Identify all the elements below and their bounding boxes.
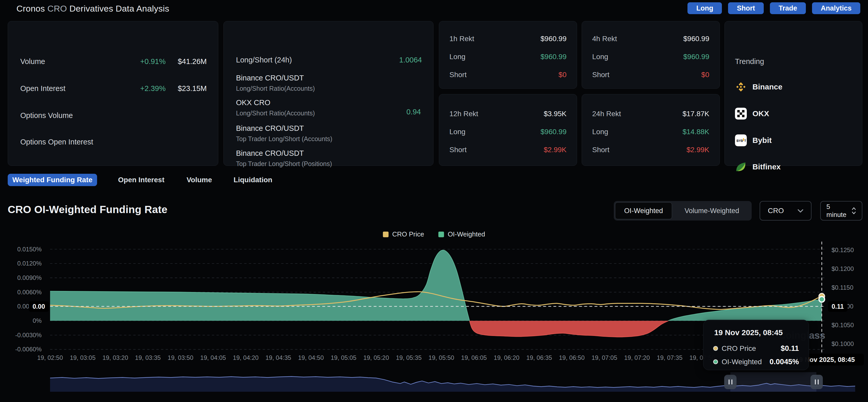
ratio-row-okx-accounts: OKX CRO Long/Short Ratio(Accounts) (236, 98, 315, 117)
legend-swatch-cro-price (383, 232, 389, 237)
stat-pct: +0.91% (125, 57, 166, 66)
ratio-title: Binance CRO/USDT (236, 149, 332, 157)
bitfinex-icon (735, 161, 747, 173)
rekt-long-value: $960.99 (683, 53, 709, 61)
chart-tooltip: 19 Nov 2025, 08:45 CRO Price $0.11 OI-We… (703, 320, 809, 370)
okx-icon (735, 108, 747, 119)
rekt-long-label: Long (592, 128, 608, 136)
toggle-volume-weighted[interactable]: Volume-Weighted (672, 207, 752, 215)
toggle-oi-weighted[interactable]: OI-Weighted (615, 202, 672, 219)
stat-label: Options Volume (20, 111, 125, 120)
legend-swatch-oi-weighted (438, 232, 444, 237)
stat-label: Options Open Interest (20, 138, 125, 146)
rekt-total: $960.99 (683, 35, 709, 43)
stat-value: $23.15M (166, 84, 207, 93)
trending-item-label: Bitfinex (752, 163, 781, 171)
rekt-card-12h: 12h Rekt$3.95K Long$960.99 Short$2.99K (439, 94, 577, 166)
short-button[interactable]: Short (728, 2, 764, 14)
up-down-chevrons-icon (851, 207, 856, 214)
chart-title: CRO OI-Weighted Funding Rate (8, 204, 167, 216)
tooltip-row-cro-price: CRO Price $0.11 (713, 344, 799, 353)
navigator-right-handle[interactable] (810, 375, 823, 389)
trending-card: Trending Binance (724, 21, 862, 166)
tooltip-title: 19 Nov 2025, 08:45 (714, 328, 783, 337)
legend-oi-weighted[interactable]: OI-Weighted (438, 230, 485, 238)
symbol-select[interactable]: CRO (760, 201, 811, 221)
ratio-header-value: 1.0064 (366, 56, 422, 64)
left-axis-tick: 0.0060% (5, 289, 41, 296)
rekt-short-value: $0 (701, 71, 709, 79)
right-axis-tick: $0.1050 (832, 321, 854, 329)
crosshair-left-badge: 0.00 (29, 301, 49, 312)
bybit-icon: BYB T (735, 135, 747, 146)
left-axis-tick: 0.0150% (5, 246, 41, 253)
tooltip-row-oi-weighted: OI-Weighted 0.0045% (713, 357, 799, 366)
long-button[interactable]: Long (687, 2, 722, 14)
rekt-short-label: Short (592, 146, 610, 154)
trending-item-label: OKX (752, 109, 769, 118)
rekt-total: $960.99 (540, 35, 566, 43)
tooltip-label: CRO Price (722, 344, 777, 353)
crosshair-right-badge: 0.11 (828, 301, 847, 312)
svg-text:BYB: BYB (737, 139, 743, 143)
tab-open-interest[interactable]: Open Interest (117, 174, 166, 186)
ratio-title: OKX CRO (236, 98, 315, 107)
tooltip-dot-cro-price (713, 346, 718, 351)
rekt-period: 1h Rekt (450, 35, 474, 43)
trending-item-bybit[interactable]: BYB T Bybit (735, 135, 772, 146)
ratio-sub: Long/Short Ratio(Accounts) (236, 85, 315, 92)
left-axis-tick: 0.0120% (5, 260, 41, 267)
tooltip-value: 0.0045% (770, 357, 799, 366)
right-axis-tick: $0.1150 (832, 284, 854, 291)
stat-label: Volume (20, 57, 125, 66)
navigator-selection[interactable] (730, 372, 816, 392)
trending-item-bitfinex[interactable]: Bitfinex (735, 161, 781, 173)
tab-liquidation[interactable]: Liquidation (231, 174, 275, 186)
rekt-short-value: $2.99K (544, 146, 566, 154)
trending-title: Trending (735, 57, 764, 66)
page-title: Cronos CRO Derivatives Data Analysis (17, 4, 169, 13)
rekt-card-24h: 24h Rekt$17.87K Long$14.88K Short$2.99K (582, 94, 720, 166)
left-axis-tick: 0% (5, 317, 41, 324)
ratio-header-label: Long/Short (24h) (236, 56, 366, 64)
tab-weighted-funding-rate[interactable]: Weighted Funding Rate (8, 174, 97, 186)
rekt-long-label: Long (450, 53, 465, 61)
ratio-row-binance-top-accounts: Binance CRO/USDT Top Trader Long/Short (… (236, 124, 332, 143)
interval-select[interactable]: 5 minute (820, 201, 862, 221)
trending-item-okx[interactable]: OKX (735, 108, 769, 119)
stat-row-open-interest: Open Interest +2.39% $23.15M (20, 84, 207, 93)
tab-volume[interactable]: Volume (184, 174, 215, 186)
stat-row-options-volume: Options Volume (20, 111, 207, 120)
rekt-period: 12h Rekt (450, 110, 478, 118)
analytics-button[interactable]: Analytics (812, 2, 860, 14)
ratio-sub: Long/Short Ratio(Accounts) (236, 110, 315, 117)
rekt-long-value: $960.99 (540, 53, 566, 61)
ratio-title: Binance CRO/USDT (236, 124, 332, 133)
rekt-short-value: $0 (559, 71, 566, 79)
trade-button[interactable]: Trade (770, 2, 806, 14)
rekt-short-value: $2.99K (686, 146, 709, 154)
weighting-toggle: OI-Weighted Volume-Weighted (614, 201, 752, 221)
rekt-total: $3.95K (544, 110, 566, 118)
market-stats-card: Volume +0.91% $41.26M Open Interest +2.3… (8, 21, 218, 166)
ratio-sub: Top Trader Long/Short (Accounts) (236, 135, 332, 143)
left-axis-tick: -0.0030% (5, 332, 41, 339)
ratio-sub: Top Trader Long/Short (Positions) (236, 160, 332, 168)
rekt-long-value: $14.88K (683, 128, 709, 136)
rekt-card-4h: 4h Rekt$960.99 Long$960.99 Short$0 (582, 21, 720, 89)
left-axis-tick: -0.0060% (5, 346, 41, 353)
rekt-total: $17.87K (683, 110, 709, 118)
stat-label: Open Interest (20, 84, 125, 93)
binance-icon (735, 81, 747, 93)
ratio-okx-value: 0.94 (406, 108, 421, 116)
chevron-down-icon (798, 209, 803, 212)
svg-text:T: T (744, 139, 746, 143)
trending-item-binance[interactable]: Binance (735, 81, 782, 93)
navigator-left-handle[interactable] (724, 375, 737, 389)
tooltip-value: $0.11 (781, 344, 799, 353)
trending-item-label: Binance (752, 83, 782, 91)
legend-cro-price[interactable]: CRO Price (383, 230, 424, 238)
rekt-long-value: $960.99 (540, 128, 566, 136)
tooltip-label: OI-Weighted (722, 358, 766, 366)
trending-item-label: Bybit (752, 136, 772, 145)
